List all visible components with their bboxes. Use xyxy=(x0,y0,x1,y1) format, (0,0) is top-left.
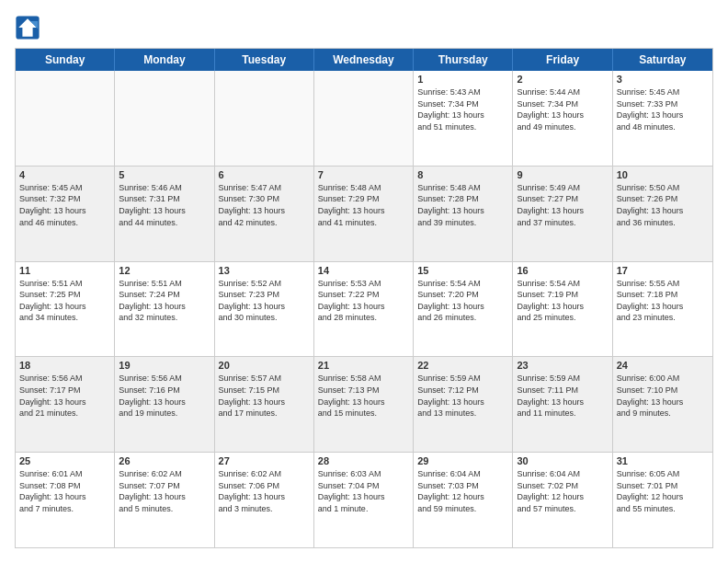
day-info: Sunrise: 5:45 AMSunset: 7:32 PMDaylight:… xyxy=(19,182,110,228)
calendar-cell: 26Sunrise: 6:02 AMSunset: 7:07 PMDayligh… xyxy=(115,453,214,547)
header-cell-thursday: Thursday xyxy=(414,49,513,71)
day-number: 8 xyxy=(417,169,508,180)
calendar-cell: 19Sunrise: 5:56 AMSunset: 7:16 PMDayligh… xyxy=(115,357,214,452)
header-cell-sunday: Sunday xyxy=(16,49,115,71)
day-info: Sunrise: 5:58 AMSunset: 7:13 PMDaylight:… xyxy=(318,373,409,419)
calendar-cell: 28Sunrise: 6:03 AMSunset: 7:04 PMDayligh… xyxy=(314,453,414,547)
day-info: Sunrise: 5:54 AMSunset: 7:20 PMDaylight:… xyxy=(417,278,508,324)
calendar-cell: 9Sunrise: 5:49 AMSunset: 7:27 PMDaylight… xyxy=(513,167,612,261)
calendar-row: 1Sunrise: 5:43 AMSunset: 7:34 PMDaylight… xyxy=(16,71,712,167)
calendar-cell: 29Sunrise: 6:04 AMSunset: 7:03 PMDayligh… xyxy=(414,453,513,547)
calendar-cell: 24Sunrise: 6:00 AMSunset: 7:10 PMDayligh… xyxy=(613,357,712,452)
day-info: Sunrise: 5:52 AMSunset: 7:23 PMDaylight:… xyxy=(219,278,310,324)
calendar-cell xyxy=(115,71,214,166)
calendar-cell: 12Sunrise: 5:51 AMSunset: 7:24 PMDayligh… xyxy=(115,262,214,357)
day-number: 16 xyxy=(517,265,608,276)
day-info: Sunrise: 5:56 AMSunset: 7:16 PMDaylight:… xyxy=(119,373,210,419)
day-info: Sunrise: 5:51 AMSunset: 7:25 PMDaylight:… xyxy=(19,278,110,324)
day-info: Sunrise: 5:45 AMSunset: 7:33 PMDaylight:… xyxy=(617,86,709,132)
day-number: 3 xyxy=(617,74,709,85)
header-cell-monday: Monday xyxy=(115,49,214,71)
calendar-row: 18Sunrise: 5:56 AMSunset: 7:17 PMDayligh… xyxy=(16,357,712,453)
calendar-row: 25Sunrise: 6:01 AMSunset: 7:08 PMDayligh… xyxy=(16,453,712,547)
day-number: 22 xyxy=(417,360,508,371)
calendar-cell: 13Sunrise: 5:52 AMSunset: 7:23 PMDayligh… xyxy=(215,262,314,357)
header-cell-friday: Friday xyxy=(513,49,612,71)
day-info: Sunrise: 5:59 AMSunset: 7:12 PMDaylight:… xyxy=(417,373,508,419)
day-info: Sunrise: 6:04 AMSunset: 7:02 PMDaylight:… xyxy=(517,468,608,514)
day-number: 26 xyxy=(119,455,210,466)
day-info: Sunrise: 6:01 AMSunset: 7:08 PMDaylight:… xyxy=(19,468,110,514)
day-number: 12 xyxy=(119,265,210,276)
calendar-cell: 18Sunrise: 5:56 AMSunset: 7:17 PMDayligh… xyxy=(16,357,115,452)
day-number: 13 xyxy=(219,265,310,276)
day-number: 27 xyxy=(219,455,310,466)
calendar-cell: 15Sunrise: 5:54 AMSunset: 7:20 PMDayligh… xyxy=(414,262,513,357)
header-cell-wednesday: Wednesday xyxy=(314,49,414,71)
day-info: Sunrise: 6:05 AMSunset: 7:01 PMDaylight:… xyxy=(617,468,709,514)
calendar-cell: 16Sunrise: 5:54 AMSunset: 7:19 PMDayligh… xyxy=(513,262,612,357)
calendar-cell: 4Sunrise: 5:45 AMSunset: 7:32 PMDaylight… xyxy=(16,167,115,261)
calendar-cell: 3Sunrise: 5:45 AMSunset: 7:33 PMDaylight… xyxy=(613,71,712,166)
day-info: Sunrise: 5:44 AMSunset: 7:34 PMDaylight:… xyxy=(517,86,608,132)
calendar-cell: 1Sunrise: 5:43 AMSunset: 7:34 PMDaylight… xyxy=(414,71,513,166)
day-number: 23 xyxy=(517,360,608,371)
calendar-cell: 31Sunrise: 6:05 AMSunset: 7:01 PMDayligh… xyxy=(613,453,712,547)
day-info: Sunrise: 5:53 AMSunset: 7:22 PMDaylight:… xyxy=(318,278,409,324)
calendar-cell: 25Sunrise: 6:01 AMSunset: 7:08 PMDayligh… xyxy=(16,453,115,547)
day-info: Sunrise: 5:57 AMSunset: 7:15 PMDaylight:… xyxy=(219,373,310,419)
calendar-cell xyxy=(16,71,115,166)
day-info: Sunrise: 6:02 AMSunset: 7:07 PMDaylight:… xyxy=(119,468,210,514)
day-info: Sunrise: 6:02 AMSunset: 7:06 PMDaylight:… xyxy=(219,468,310,514)
day-info: Sunrise: 5:46 AMSunset: 7:31 PMDaylight:… xyxy=(119,182,210,228)
header xyxy=(15,15,713,40)
day-info: Sunrise: 5:56 AMSunset: 7:17 PMDaylight:… xyxy=(19,373,110,419)
calendar-cell: 2Sunrise: 5:44 AMSunset: 7:34 PMDaylight… xyxy=(513,71,612,166)
calendar-cell: 20Sunrise: 5:57 AMSunset: 7:15 PMDayligh… xyxy=(215,357,314,452)
calendar-body: 1Sunrise: 5:43 AMSunset: 7:34 PMDaylight… xyxy=(16,71,712,547)
calendar-cell: 8Sunrise: 5:48 AMSunset: 7:28 PMDaylight… xyxy=(414,167,513,261)
day-number: 2 xyxy=(517,74,608,85)
logo-icon xyxy=(15,15,40,40)
day-number: 24 xyxy=(617,360,709,371)
day-info: Sunrise: 6:03 AMSunset: 7:04 PMDaylight:… xyxy=(318,468,409,514)
day-info: Sunrise: 5:55 AMSunset: 7:18 PMDaylight:… xyxy=(617,278,709,324)
header-cell-tuesday: Tuesday xyxy=(215,49,314,71)
calendar-cell: 6Sunrise: 5:47 AMSunset: 7:30 PMDaylight… xyxy=(215,167,314,261)
day-info: Sunrise: 5:50 AMSunset: 7:26 PMDaylight:… xyxy=(617,182,709,228)
day-number: 10 xyxy=(617,169,709,180)
day-info: Sunrise: 5:54 AMSunset: 7:19 PMDaylight:… xyxy=(517,278,608,324)
calendar-cell: 7Sunrise: 5:48 AMSunset: 7:29 PMDaylight… xyxy=(314,167,414,261)
day-number: 15 xyxy=(417,265,508,276)
day-info: Sunrise: 5:47 AMSunset: 7:30 PMDaylight:… xyxy=(219,182,310,228)
calendar-cell: 21Sunrise: 5:58 AMSunset: 7:13 PMDayligh… xyxy=(314,357,414,452)
day-number: 17 xyxy=(617,265,709,276)
calendar-header: SundayMondayTuesdayWednesdayThursdayFrid… xyxy=(16,49,712,71)
logo xyxy=(15,15,44,40)
calendar-cell: 17Sunrise: 5:55 AMSunset: 7:18 PMDayligh… xyxy=(613,262,712,357)
day-number: 20 xyxy=(219,360,310,371)
day-number: 4 xyxy=(19,169,110,180)
calendar-cell: 22Sunrise: 5:59 AMSunset: 7:12 PMDayligh… xyxy=(414,357,513,452)
day-number: 9 xyxy=(517,169,608,180)
day-number: 11 xyxy=(19,265,110,276)
day-info: Sunrise: 5:43 AMSunset: 7:34 PMDaylight:… xyxy=(417,86,508,132)
calendar-cell xyxy=(314,71,414,166)
day-number: 14 xyxy=(318,265,409,276)
day-number: 28 xyxy=(318,455,409,466)
day-number: 19 xyxy=(119,360,210,371)
calendar-cell: 14Sunrise: 5:53 AMSunset: 7:22 PMDayligh… xyxy=(314,262,414,357)
calendar-row: 4Sunrise: 5:45 AMSunset: 7:32 PMDaylight… xyxy=(16,167,712,262)
day-number: 30 xyxy=(517,455,608,466)
day-number: 21 xyxy=(318,360,409,371)
day-number: 1 xyxy=(417,74,508,85)
calendar-cell: 27Sunrise: 6:02 AMSunset: 7:06 PMDayligh… xyxy=(215,453,314,547)
day-number: 7 xyxy=(318,169,409,180)
day-number: 25 xyxy=(19,455,110,466)
day-info: Sunrise: 6:04 AMSunset: 7:03 PMDaylight:… xyxy=(417,468,508,514)
day-info: Sunrise: 5:59 AMSunset: 7:11 PMDaylight:… xyxy=(517,373,608,419)
day-info: Sunrise: 5:49 AMSunset: 7:27 PMDaylight:… xyxy=(517,182,608,228)
calendar-cell: 5Sunrise: 5:46 AMSunset: 7:31 PMDaylight… xyxy=(115,167,214,261)
calendar-cell: 11Sunrise: 5:51 AMSunset: 7:25 PMDayligh… xyxy=(16,262,115,357)
calendar: SundayMondayTuesdayWednesdayThursdayFrid… xyxy=(15,48,713,548)
